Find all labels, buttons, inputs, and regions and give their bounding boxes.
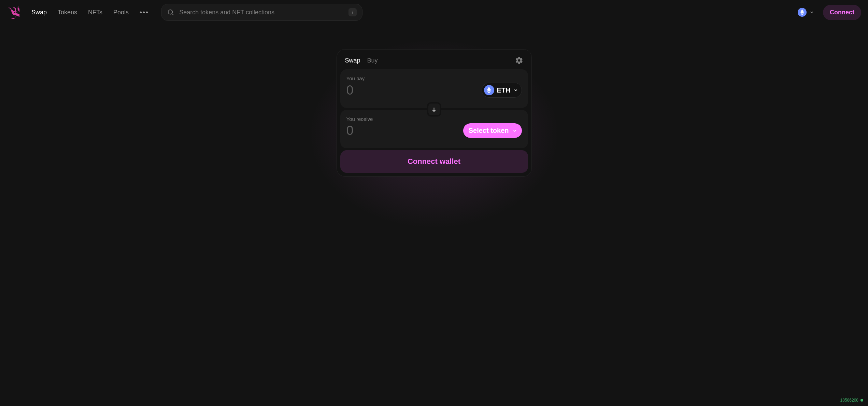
tab-swap[interactable]: Swap: [345, 57, 360, 64]
nav-link-tokens[interactable]: Tokens: [52, 5, 83, 19]
tab-buy[interactable]: Buy: [367, 57, 378, 64]
you-receive-panel: You receive Select token: [340, 110, 528, 148]
search-kbd-hint: /: [348, 8, 357, 16]
swap-direction-button[interactable]: [427, 102, 441, 116]
pay-token-selector[interactable]: ETH: [482, 83, 522, 98]
chevron-down-icon: [513, 88, 518, 93]
you-receive-label: You receive: [346, 116, 522, 122]
block-number-value: 18586208: [840, 398, 858, 403]
card-tabs: Swap Buy: [340, 53, 528, 69]
svg-line-1: [172, 14, 173, 15]
search-input[interactable]: [179, 9, 344, 16]
you-pay-label: You pay: [346, 75, 522, 81]
swap-card: Swap Buy You pay: [337, 49, 532, 177]
nav-links: Swap Tokens NFTs Pools •••: [26, 5, 154, 20]
search-icon: [167, 9, 174, 16]
connect-wallet-button[interactable]: Connect wallet: [340, 150, 528, 173]
chevron-down-icon: [512, 128, 517, 133]
ellipsis-icon: •••: [140, 9, 149, 16]
pay-token-symbol: ETH: [497, 86, 511, 94]
nav-link-nfts[interactable]: NFTs: [83, 5, 108, 19]
receive-token-selector[interactable]: Select token: [463, 123, 522, 138]
nav-link-pools[interactable]: Pools: [108, 5, 134, 19]
unicorn-icon: [8, 6, 19, 19]
select-token-label: Select token: [469, 127, 509, 135]
settings-button[interactable]: [515, 56, 523, 65]
main-area: Swap Buy You pay: [0, 25, 868, 177]
search-box[interactable]: /: [161, 4, 362, 21]
top-nav: Swap Tokens NFTs Pools ••• / Connect: [0, 0, 868, 25]
nav-link-swap[interactable]: Swap: [26, 5, 52, 19]
ethereum-icon: [484, 85, 494, 95]
status-dot-icon: [860, 399, 863, 402]
connect-button[interactable]: Connect: [823, 5, 861, 20]
ethereum-icon: [798, 8, 807, 17]
arrow-down-icon: [431, 107, 437, 112]
receive-amount-input[interactable]: [346, 123, 452, 138]
nav-more-menu[interactable]: •••: [134, 5, 154, 20]
uniswap-logo[interactable]: [7, 5, 20, 19]
pay-amount-input[interactable]: [346, 83, 452, 98]
gear-icon: [515, 56, 523, 65]
block-number-indicator[interactable]: 18586208: [840, 398, 863, 403]
svg-point-0: [168, 10, 173, 14]
chevron-down-icon: [809, 10, 814, 15]
network-selector[interactable]: [796, 6, 816, 19]
search-wrap: /: [161, 4, 362, 21]
